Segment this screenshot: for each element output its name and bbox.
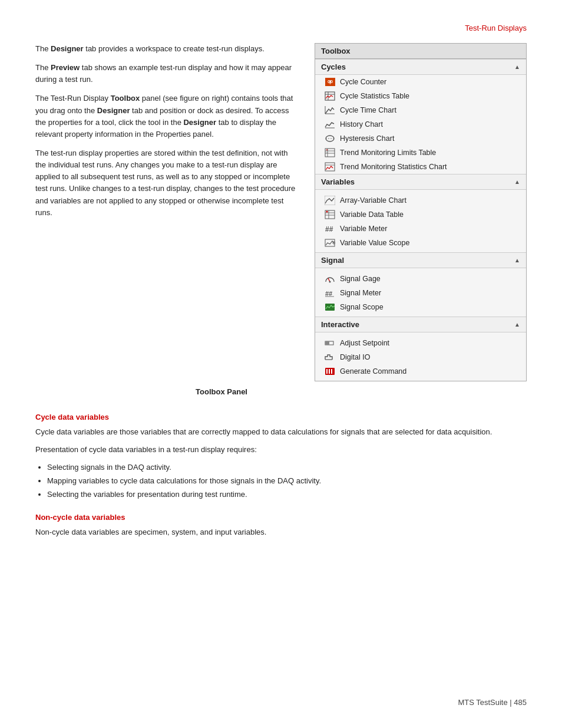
variables-scroll-icon[interactable]: ▲ [514, 179, 520, 185]
main-content: The Designer tab provides a workspace to… [35, 43, 527, 381]
left-text-area: The Designer tab provides a workspace to… [35, 43, 300, 226]
hysteresis-chart-label: Hysteresis Chart [340, 134, 394, 143]
svg-point-26 [329, 281, 331, 283]
cycles-scroll-up-icon[interactable]: ▲ [514, 64, 520, 70]
cycle-data-para2: Presentation of cycle data variables in … [35, 444, 527, 456]
svg-rect-36 [331, 369, 332, 374]
generate-cmd-icon [325, 366, 335, 377]
interactive-label: Interactive [321, 320, 359, 329]
toolbox-item-cycle-time-chart[interactable]: Cycle Time Chart [315, 103, 526, 117]
svg-text:##: ## [325, 290, 332, 297]
adjust-setpoint-label: Adjust Setpoint [340, 339, 389, 347]
cycle-data-heading: Cycle data variables [35, 413, 527, 421]
cycle-data-para1: Cycle data variables are those variables… [35, 426, 527, 438]
toolbox-item-trend-stats[interactable]: Trend Monitoring Statistics Chart [315, 160, 526, 174]
cycle-time-chart-label: Cycle Time Chart [340, 106, 396, 114]
toolbox-inner: Cycles ▲ 0|0 Cycle Counter [315, 59, 526, 381]
toolbox-item-cycle-counter[interactable]: 0|0 Cycle Counter [315, 75, 526, 89]
svg-rect-0 [325, 92, 335, 100]
page: Test-Run Displays The Designer tab provi… [0, 0, 562, 728]
interactive-scroll-icon[interactable]: ▲ [514, 321, 520, 328]
header-title: Test-Run Displays [465, 24, 527, 32]
toolbox-item-signal-meter[interactable]: ## Signal Meter [315, 286, 526, 300]
toolbox-item-var-meter[interactable]: ## Variable Meter [315, 222, 526, 236]
svg-rect-14 [325, 163, 335, 171]
cycle-stats-table-label: Cycle Statistics Table [340, 92, 409, 100]
var-value-scope-label: Variable Value Scope [340, 239, 409, 247]
paragraph-4: The test-run display properties are stor… [35, 147, 300, 219]
hysteresis-icon [325, 133, 335, 144]
trend-stats-chart-label: Trend Monitoring Statistics Chart [340, 163, 447, 171]
toolbox-panel: Toolbox Cycles ▲ 0|0 Cycle Counter [315, 43, 527, 381]
toolbox-item-adjust-setpoint[interactable]: Adjust Setpoint [315, 336, 526, 350]
trend-limits-icon: ▲ — [325, 147, 335, 158]
signal-section-header[interactable]: Signal ▲ [315, 252, 526, 268]
trend-limits-table-label: Trend Monitoring Limits Table [340, 149, 436, 157]
page-header: Test-Run Displays [35, 24, 527, 32]
signal-meter-icon: ## [325, 288, 335, 298]
paragraph-3: The Test-Run Display Toolbox panel (see … [35, 93, 300, 140]
toolbox-item-var-data-table[interactable]: Variable Data Table [315, 207, 526, 222]
cycles-section-header[interactable]: Cycles ▲ [315, 59, 526, 75]
generate-command-label: Generate Command [340, 367, 406, 375]
bullet-3: Selecting the variables for presentation… [47, 489, 527, 501]
svg-rect-34 [326, 369, 328, 374]
toolbox-item-history-chart[interactable]: History Chart [315, 117, 526, 131]
signal-scope-icon [325, 302, 335, 312]
cycle-counter-label: Cycle Counter [340, 78, 386, 86]
toolbox-caption-text: Toolbox Panel [196, 387, 247, 396]
array-var-icon [325, 195, 335, 206]
digital-io-icon [325, 352, 335, 363]
variables-section-header[interactable]: Variables ▲ [315, 174, 526, 190]
cycles-label: Cycles [321, 62, 346, 71]
adjust-setpoint-icon [325, 338, 335, 348]
cycle-data-section: Cycle data variables Cycle data variable… [35, 413, 527, 501]
svg-text:—: — [326, 150, 328, 153]
svg-rect-16 [325, 196, 335, 205]
non-cycle-data-heading: Non-cycle data variables [35, 513, 527, 522]
digital-io-label: Digital IO [340, 353, 370, 361]
toolbox-label: Toolbox [321, 47, 351, 55]
toolbox-item-signal-gage[interactable]: Signal Gage [315, 272, 526, 286]
signal-label: Signal [321, 256, 344, 265]
var-meter-icon: ## [325, 223, 335, 234]
history-chart-icon [325, 119, 335, 130]
var-scope-icon [325, 238, 335, 248]
signal-meter-label: Signal Meter [340, 289, 381, 297]
cycle-counter-icon: 0|0 [325, 77, 335, 87]
cycle-data-bullets: Selecting signals in the DAQ activity. M… [47, 462, 527, 500]
history-chart-label: History Chart [340, 120, 383, 129]
trend-stats-icon [325, 162, 335, 172]
page-footer: MTS TestSuite | 485 [458, 698, 527, 707]
cycle-time-icon [325, 105, 335, 116]
bullet-2: Mapping variables to cycle data calculat… [47, 475, 527, 487]
bullet-1: Selecting signals in the DAQ activity. [47, 462, 527, 474]
toolbox-title-bar: Toolbox [315, 44, 526, 59]
toolbox-item-signal-scope[interactable]: Signal Scope [315, 300, 526, 314]
signal-scroll-icon[interactable]: ▲ [514, 257, 520, 263]
toolbox-item-generate-command[interactable]: Generate Command [315, 364, 526, 378]
var-table-icon [325, 209, 335, 220]
svg-rect-31 [325, 341, 329, 345]
var-meter-label: Variable Meter [340, 225, 387, 233]
toolbox-caption: Toolbox Panel [35, 387, 247, 396]
var-data-table-label: Variable Data Table [340, 210, 404, 219]
interactive-section-header[interactable]: Interactive ▲ [315, 317, 526, 332]
non-cycle-data-para1: Non-cycle data variables are specimen, s… [35, 526, 527, 538]
signal-gage-label: Signal Gage [340, 275, 381, 283]
svg-point-21 [326, 211, 328, 213]
signal-scope-label: Signal Scope [340, 303, 384, 311]
array-var-chart-label: Array-Variable Chart [340, 196, 406, 205]
toolbox-item-array-var-chart[interactable]: Array-Variable Chart [315, 193, 526, 207]
toolbox-item-digital-io[interactable]: Digital IO [315, 350, 526, 364]
toolbox-item-trend-limits[interactable]: ▲ — Trend Monitoring Limits Table [315, 146, 526, 160]
toolbox-item-cycle-stats-table[interactable]: Cycle Statistics Table [315, 89, 526, 103]
toolbox-item-var-value-scope[interactable]: Variable Value Scope [315, 236, 526, 250]
signal-gage-icon [325, 274, 335, 284]
non-cycle-data-section: Non-cycle data variables Non-cycle data … [35, 513, 527, 538]
toolbox-item-hysteresis-chart[interactable]: Hysteresis Chart [315, 131, 526, 146]
svg-text:##: ## [325, 225, 333, 233]
footer-text: MTS TestSuite | 485 [458, 698, 527, 707]
paragraph-2: The Preview tab shows an example test-ru… [35, 62, 300, 85]
svg-point-6 [326, 136, 334, 141]
